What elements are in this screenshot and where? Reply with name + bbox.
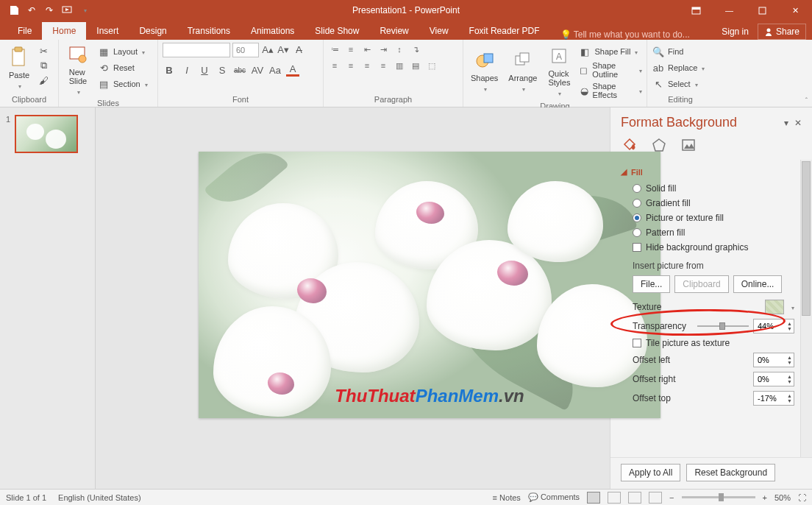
pane-close-icon[interactable]: ✕ bbox=[794, 118, 802, 128]
change-case-button[interactable]: Aa bbox=[268, 63, 282, 77]
comments-button[interactable]: 💬 Comments bbox=[528, 492, 580, 502]
tab-home[interactable]: Home bbox=[42, 22, 86, 40]
reading-view-icon[interactable] bbox=[628, 492, 641, 504]
normal-view-icon[interactable] bbox=[587, 492, 600, 504]
picture-tab-icon[interactable] bbox=[680, 136, 697, 154]
texture-picker[interactable] bbox=[765, 300, 784, 314]
line-spacing-icon[interactable]: ↕ bbox=[394, 44, 405, 54]
tab-foxit[interactable]: Foxit Reader PDF bbox=[459, 22, 550, 40]
slide-thumb-1[interactable] bbox=[15, 115, 78, 153]
reset-button[interactable]: ⟲Reset bbox=[96, 60, 149, 75]
tab-view[interactable]: View bbox=[419, 22, 459, 40]
slide-canvas-area[interactable]: ThuThuatPhanMem.vn bbox=[96, 107, 610, 489]
tab-review[interactable]: Review bbox=[369, 22, 419, 40]
offset-left-value[interactable]: 0%▲▼ bbox=[753, 353, 794, 367]
font-size-combo[interactable] bbox=[232, 43, 259, 57]
gradient-fill-radio[interactable]: Gradient fill bbox=[621, 196, 809, 211]
save-icon[interactable] bbox=[6, 2, 22, 18]
file-button[interactable]: File... bbox=[633, 275, 670, 293]
shape-fill-button[interactable]: ◧Shape Fill bbox=[577, 44, 644, 59]
shapes-button[interactable]: Shapes bbox=[466, 41, 502, 100]
zoom-slider[interactable] bbox=[682, 496, 755, 498]
align-right-icon[interactable]: ≡ bbox=[362, 60, 372, 71]
format-painter-icon[interactable]: 🖌 bbox=[37, 74, 50, 87]
apply-to-all-button[interactable]: Apply to All bbox=[621, 464, 680, 481]
align-left-icon[interactable]: ≡ bbox=[330, 60, 340, 71]
align-text-icon[interactable]: ▤ bbox=[410, 60, 421, 71]
tab-transitions[interactable]: Transitions bbox=[177, 22, 241, 40]
undo-icon[interactable]: ↶ bbox=[24, 2, 40, 18]
language-status[interactable]: English (United States) bbox=[58, 493, 141, 502]
share-button[interactable]: Share bbox=[758, 24, 806, 40]
picture-fill-radio[interactable]: Picture or texture fill bbox=[621, 211, 809, 225]
text-shadow-button[interactable]: S bbox=[216, 63, 229, 77]
find-button[interactable]: 🔍Find bbox=[650, 44, 710, 59]
section-button[interactable]: ▤Section bbox=[96, 77, 149, 91]
tab-animations[interactable]: Animations bbox=[241, 22, 304, 40]
cut-icon[interactable]: ✂ bbox=[37, 44, 50, 57]
close-button[interactable]: ✕ bbox=[779, 0, 812, 21]
zoom-out-icon[interactable]: − bbox=[669, 493, 674, 502]
bullets-icon[interactable]: ≔ bbox=[330, 44, 340, 54]
font-name-combo[interactable] bbox=[163, 43, 230, 57]
clipboard-button[interactable]: Clipboard bbox=[674, 275, 728, 293]
char-spacing-button[interactable]: AV bbox=[251, 63, 264, 77]
slide-count[interactable]: Slide 1 of 1 bbox=[6, 493, 46, 502]
tab-file[interactable]: File bbox=[7, 22, 42, 40]
copy-icon[interactable]: ⧉ bbox=[37, 59, 50, 72]
shape-effects-button[interactable]: ◒Shape Effects bbox=[577, 81, 644, 100]
pattern-fill-radio[interactable]: Pattern fill bbox=[621, 225, 809, 240]
justify-icon[interactable]: ≡ bbox=[378, 60, 388, 71]
strikethrough-button[interactable]: abc bbox=[233, 63, 246, 77]
paste-button[interactable]: Paste bbox=[3, 41, 35, 93]
font-color-button[interactable]: A bbox=[286, 63, 299, 77]
maximize-button[interactable] bbox=[746, 0, 779, 21]
reset-background-button[interactable]: Reset Background bbox=[686, 464, 775, 481]
columns-icon[interactable]: ▥ bbox=[394, 60, 405, 71]
qat-customize-icon[interactable] bbox=[76, 2, 93, 18]
smartart-icon[interactable]: ⬚ bbox=[427, 60, 437, 71]
notes-button[interactable]: ≡ Notes bbox=[493, 493, 521, 502]
offset-right-value[interactable]: 0%▲▼ bbox=[753, 372, 794, 386]
online-button[interactable]: Online... bbox=[733, 275, 783, 293]
layout-button[interactable]: ▦Layout bbox=[96, 44, 149, 59]
increase-indent-icon[interactable]: ⇥ bbox=[378, 44, 388, 54]
select-button[interactable]: ↖Select bbox=[650, 77, 710, 91]
decrease-indent-icon[interactable]: ⇤ bbox=[362, 44, 372, 54]
ribbon-display-options-icon[interactable] bbox=[680, 0, 713, 21]
hide-bg-graphics-check[interactable]: Hide background graphics bbox=[621, 240, 809, 255]
slide[interactable]: ThuThuatPhanMem.vn bbox=[199, 152, 660, 418]
redo-icon[interactable]: ↷ bbox=[41, 2, 57, 18]
increase-font-icon[interactable]: A▴ bbox=[261, 43, 274, 56]
fit-to-window-icon[interactable]: ⛶ bbox=[798, 493, 806, 502]
transparency-slider[interactable] bbox=[697, 321, 749, 331]
thumbnail-pane[interactable]: 1 bbox=[0, 107, 96, 489]
offset-top-value[interactable]: -17%▲▼ bbox=[753, 391, 794, 406]
shape-outline-button[interactable]: ◻Shape Outline bbox=[577, 60, 644, 80]
tile-check[interactable]: Tile picture as texture bbox=[621, 336, 809, 350]
tell-me-search[interactable]: 💡 Tell me what you want to do... bbox=[560, 29, 690, 40]
sorter-view-icon[interactable] bbox=[608, 492, 621, 504]
start-from-beginning-icon[interactable] bbox=[59, 2, 75, 18]
tab-design[interactable]: Design bbox=[129, 22, 177, 40]
tab-insert[interactable]: Insert bbox=[86, 22, 129, 40]
numbering-icon[interactable]: ≡ bbox=[346, 44, 356, 54]
replace-button[interactable]: abReplace bbox=[650, 60, 710, 75]
arrange-button[interactable]: Arrange bbox=[504, 41, 541, 100]
underline-button[interactable]: U bbox=[198, 63, 211, 77]
transparency-value[interactable]: 44%▲▼ bbox=[753, 319, 794, 333]
tab-slideshow[interactable]: Slide Show bbox=[304, 22, 369, 40]
quick-styles-button[interactable]: AQuick Styles bbox=[543, 41, 575, 100]
text-direction-icon[interactable]: ↴ bbox=[410, 44, 421, 54]
fill-section-header[interactable]: ◢ Fill bbox=[621, 163, 809, 181]
zoom-in-icon[interactable]: + bbox=[763, 493, 767, 502]
slideshow-view-icon[interactable] bbox=[649, 492, 662, 504]
pane-scrollbar[interactable] bbox=[800, 160, 812, 457]
italic-button[interactable]: I bbox=[180, 63, 193, 77]
new-slide-button[interactable]: New Slide bbox=[62, 41, 94, 97]
solid-fill-radio[interactable]: Solid fill bbox=[621, 181, 809, 196]
pane-options-icon[interactable]: ▾ bbox=[784, 118, 788, 128]
sign-in-link[interactable]: Sign in bbox=[722, 27, 749, 37]
minimize-button[interactable]: — bbox=[713, 0, 746, 21]
decrease-font-icon[interactable]: A▾ bbox=[277, 43, 290, 56]
